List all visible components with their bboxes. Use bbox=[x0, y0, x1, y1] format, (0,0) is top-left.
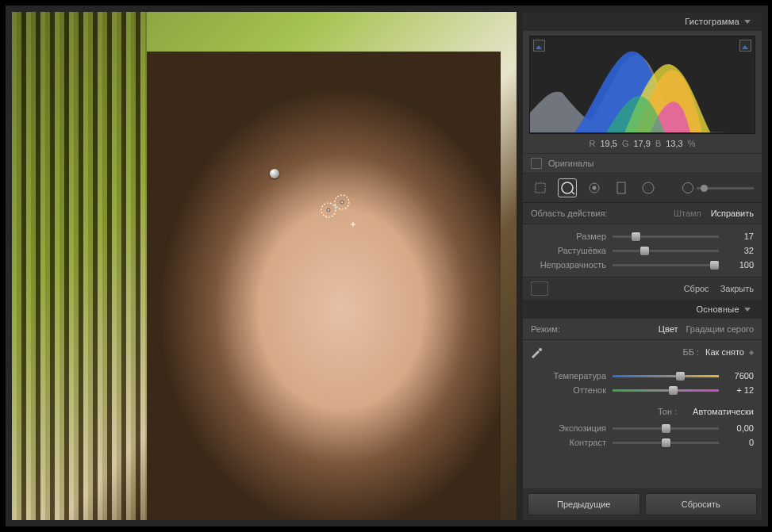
previous-button[interactable]: Предыдущие bbox=[528, 493, 640, 515]
photo-placeholder-face bbox=[147, 52, 501, 520]
originals-label: Оригиналы bbox=[548, 159, 594, 168]
treatment-row: Режим: Цвет Градации серого bbox=[523, 319, 762, 340]
treatment-color-option[interactable]: Цвет bbox=[659, 324, 678, 334]
heal-mode-row: Область действия: Штамп Исправить bbox=[523, 203, 762, 224]
histogram[interactable] bbox=[529, 36, 755, 134]
app-window: Гистограмма R19,5 G17,9 B13,3 % Оригинал… bbox=[5, 5, 769, 527]
crop-tool-icon[interactable] bbox=[531, 178, 550, 197]
clone-mode-option[interactable]: Штамп bbox=[674, 209, 701, 218]
originals-checkbox[interactable]: Оригиналы bbox=[523, 153, 762, 174]
collapse-icon bbox=[744, 308, 751, 312]
collapse-icon bbox=[744, 20, 751, 24]
svg-point-8 bbox=[562, 182, 573, 193]
panel-footer: Предыдущие Сбросить bbox=[523, 488, 762, 520]
svg-rect-12 bbox=[617, 182, 625, 193]
contrast-slider[interactable]: Контраст 0 bbox=[531, 435, 754, 450]
radial-tool-icon[interactable] bbox=[639, 178, 658, 197]
wb-dropdown[interactable]: Как снято◆ bbox=[705, 347, 754, 357]
svg-line-9 bbox=[572, 192, 574, 194]
basic-label: Основные bbox=[696, 304, 739, 314]
tool-strip bbox=[523, 174, 762, 203]
eyedropper-icon[interactable] bbox=[528, 343, 545, 361]
tone-label: Тон : bbox=[658, 407, 677, 416]
right-panel: Гистограмма R19,5 G17,9 B13,3 % Оригинал… bbox=[523, 12, 762, 520]
exposure-slider[interactable]: Экспозиция 0,00 bbox=[531, 421, 754, 435]
heal-mode-option[interactable]: Исправить bbox=[711, 209, 754, 218]
rgb-readout: R19,5 G17,9 B13,3 % bbox=[523, 137, 762, 153]
treatment-label: Режим: bbox=[531, 324, 560, 334]
histogram-header[interactable]: Гистограмма bbox=[523, 12, 762, 31]
close-link[interactable]: Закрыть bbox=[720, 284, 754, 293]
size-slider[interactable]: Размер 17 bbox=[531, 229, 754, 243]
gradient-tool-icon[interactable] bbox=[612, 178, 631, 197]
wb-label: ББ : bbox=[682, 347, 699, 357]
temperature-slider[interactable]: Температура 7600 bbox=[531, 369, 754, 383]
heal-mode-label: Область действия: bbox=[531, 209, 607, 218]
toggle-pins-icon[interactable] bbox=[531, 281, 548, 296]
heal-pin[interactable] bbox=[270, 169, 279, 178]
reset-link[interactable]: Сброс bbox=[684, 284, 709, 293]
basic-header[interactable]: Основные bbox=[523, 300, 762, 319]
tone-header: Тон : Автоматически bbox=[523, 402, 762, 421]
checkbox-icon bbox=[531, 158, 542, 169]
treatment-gray-option[interactable]: Градации серого bbox=[686, 324, 755, 334]
svg-point-13 bbox=[643, 182, 654, 193]
svg-point-14 bbox=[539, 348, 542, 351]
brush-size-mini-slider[interactable] bbox=[666, 182, 754, 193]
tone-sliders: Экспозиция 0,00 Контраст 0 bbox=[523, 421, 762, 454]
feather-slider[interactable]: Растушёвка 32 bbox=[531, 243, 754, 258]
auto-tone-button[interactable]: Автоматически bbox=[693, 407, 754, 416]
heal-sliders: Размер 17 Растушёвка 32 Непрозрачность 1… bbox=[523, 224, 762, 277]
histogram-label: Гистограмма bbox=[685, 17, 739, 26]
photo-placeholder-bark bbox=[12, 12, 147, 520]
redeye-tool-icon[interactable] bbox=[585, 178, 604, 197]
brush-circle-icon bbox=[682, 182, 693, 193]
spot-heal-tool-icon[interactable] bbox=[558, 178, 577, 197]
tint-slider[interactable]: Оттенок + 12 bbox=[531, 383, 754, 397]
image-canvas[interactable] bbox=[12, 12, 517, 520]
opacity-slider[interactable]: Непрозрачность 100 bbox=[531, 258, 754, 272]
heal-footer-row: Сброс Закрыть bbox=[523, 277, 762, 300]
svg-point-11 bbox=[593, 186, 597, 190]
reset-button[interactable]: Сбросить bbox=[645, 493, 758, 515]
svg-rect-7 bbox=[536, 183, 545, 193]
wb-sliders: Температура 7600 Оттенок + 12 bbox=[523, 364, 762, 402]
wb-row: ББ : Как снято◆ bbox=[523, 340, 762, 364]
